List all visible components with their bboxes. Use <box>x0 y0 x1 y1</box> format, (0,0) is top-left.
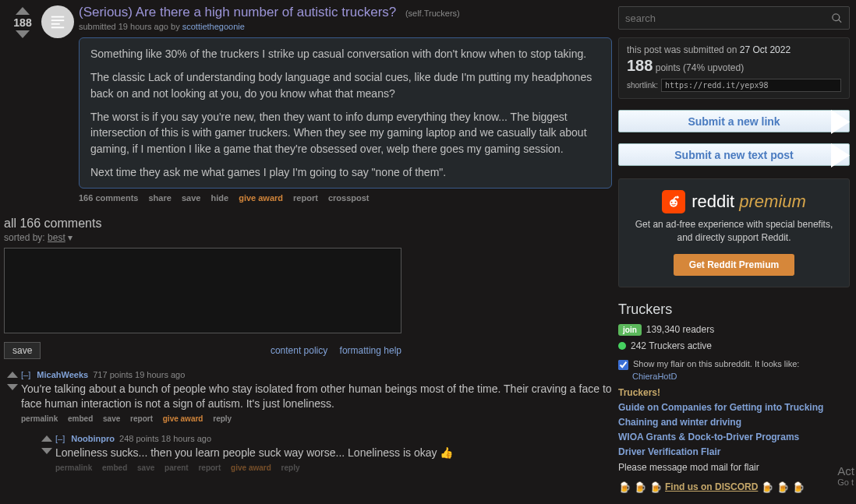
comment-body: Loneliness sucks... then you learn peopl… <box>55 446 612 460</box>
self-post-thumbnail[interactable] <box>41 5 74 38</box>
beer-icon: 🍺 <box>618 481 631 493</box>
get-premium-button[interactable]: Get Reddit Premium <box>674 254 794 276</box>
permalink-button[interactable]: permalink <box>55 463 92 472</box>
collapse-toggle[interactable]: [–] <box>55 434 65 443</box>
svg-point-5 <box>676 196 678 199</box>
hide-button[interactable]: hide <box>210 193 228 203</box>
save-comment-button[interactable]: save <box>4 342 41 359</box>
reader-count: 139,340 readers <box>646 324 714 335</box>
search-icon[interactable] <box>831 12 843 24</box>
svg-rect-3 <box>51 26 65 28</box>
post-title[interactable]: (Serious) Are there a high number of aut… <box>79 5 396 19</box>
share-button[interactable]: share <box>149 193 172 203</box>
give-award-button[interactable]: give award <box>239 193 283 203</box>
comment-downvote[interactable] <box>41 448 52 454</box>
svg-rect-2 <box>51 23 60 25</box>
comment-author[interactable]: MicahWeeks <box>37 370 88 379</box>
comment-upvote[interactable] <box>41 435 52 442</box>
comment-body: You're talking about a bunch of people w… <box>21 382 612 411</box>
user-flair[interactable]: ChieraHotD <box>632 372 850 381</box>
comment-downvote[interactable] <box>7 384 18 390</box>
active-indicator-icon <box>618 342 626 350</box>
comment-author[interactable]: Noobinpro <box>71 434 115 443</box>
search-input[interactable] <box>625 12 831 24</box>
beer-icon: 🍺 <box>634 481 646 493</box>
show-flair-checkbox[interactable] <box>618 360 628 370</box>
beer-icon: 🍺 <box>649 481 662 493</box>
save-button[interactable]: save <box>182 193 200 203</box>
downvote-arrow[interactable] <box>16 30 30 38</box>
selftext-box: Something like 30% of the truckers I str… <box>79 37 612 189</box>
reply-button[interactable]: reply <box>281 463 300 472</box>
comment-form: save content policy formatting help <box>4 248 612 359</box>
sidebar-header: Truckers! <box>618 386 850 400</box>
comment-textarea[interactable] <box>4 248 401 333</box>
svg-rect-0 <box>51 16 65 18</box>
award-comment[interactable]: give award <box>231 463 271 472</box>
submit-link-button[interactable]: Submit a new link <box>618 110 850 132</box>
beer-icon: 🍺 <box>792 481 805 493</box>
comment-upvote[interactable] <box>7 372 18 378</box>
content-policy-link[interactable]: content policy <box>271 345 327 356</box>
embed-button[interactable]: embed <box>102 463 127 472</box>
premium-promo: reddit premium Get an ad-free experience… <box>618 178 850 287</box>
post-score: 188 <box>13 16 31 29</box>
sidebar-link[interactable]: Driver Verification Flair <box>618 445 850 460</box>
upvote-arrow[interactable] <box>16 7 30 15</box>
svg-point-7 <box>675 202 677 203</box>
discord-link[interactable]: Find us on DISCORD <box>665 481 758 492</box>
active-count: 242 Truckers active <box>631 340 712 351</box>
comments-header: all 166 comments <box>4 217 612 231</box>
sort-selector[interactable]: best <box>48 232 65 243</box>
post-author[interactable]: scottiethegoonie <box>182 22 245 31</box>
post-tagline: submitted 19 hours ago by scottiethegoon… <box>79 22 612 31</box>
report-button[interactable]: report <box>293 193 318 203</box>
sidebar-link[interactable]: Guide on Companies for Getting into Truc… <box>618 400 850 415</box>
beer-icon: 🍺 <box>761 481 773 493</box>
sort-dropdown-icon[interactable]: ▾ <box>68 232 73 243</box>
submit-text-button[interactable]: Submit a new text post <box>618 143 850 166</box>
collapse-toggle[interactable]: [–] <box>21 370 30 379</box>
reddit-logo-icon <box>662 190 685 213</box>
sidebar-score: 188 <box>627 57 653 74</box>
svg-rect-1 <box>51 19 65 21</box>
modmail-note: Please message mod mail for flair <box>618 460 850 475</box>
crosspost-button[interactable]: crosspost <box>328 193 370 203</box>
report-comment[interactable]: report <box>130 414 153 423</box>
post-domain[interactable]: (self.Truckers) <box>405 9 460 18</box>
beer-icon: 🍺 <box>776 481 789 493</box>
award-comment[interactable]: give award <box>163 414 203 423</box>
sidebar-link[interactable]: WIOA Grants & Dock-to-Driver Programs <box>618 430 850 445</box>
permalink-button[interactable]: permalink <box>21 414 58 423</box>
sidebar-link[interactable]: Chaining and winter driving <box>618 415 850 430</box>
parent-button[interactable]: parent <box>164 463 189 472</box>
reply-button[interactable]: reply <box>213 414 232 423</box>
link-info-box: this post was submitted on 27 Oct 2022 1… <box>618 37 850 99</box>
formatting-help-link[interactable]: formatting help <box>340 345 401 356</box>
report-comment[interactable]: report <box>198 463 221 472</box>
svg-point-6 <box>671 202 673 203</box>
save-comment[interactable]: save <box>103 414 120 423</box>
shortlink-input[interactable] <box>661 79 841 92</box>
embed-button[interactable]: embed <box>68 414 93 423</box>
comments-link[interactable]: 166 comments <box>79 193 138 203</box>
save-comment[interactable]: save <box>137 463 154 472</box>
subreddit-title[interactable]: Truckers <box>618 301 850 318</box>
svg-point-4 <box>670 199 677 207</box>
join-button[interactable]: join <box>618 324 642 336</box>
